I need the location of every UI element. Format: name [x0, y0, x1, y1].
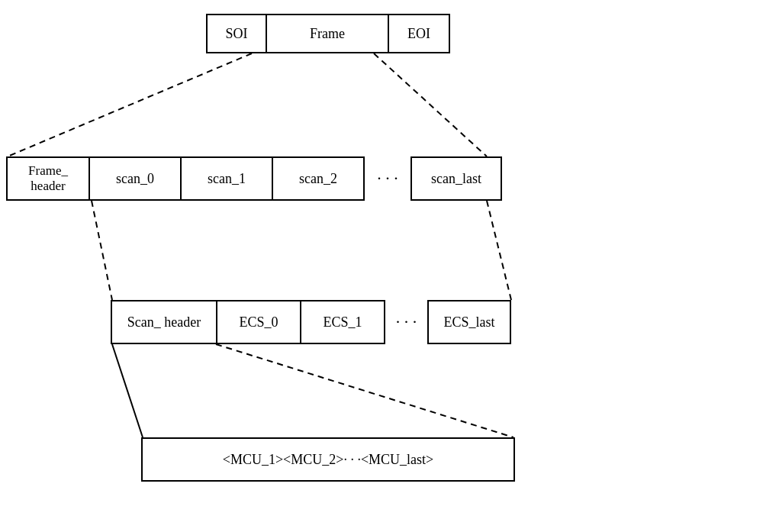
row2-dots: · · · — [365, 156, 410, 201]
soi-box: SOI — [206, 14, 267, 53]
row3-scan-level: Scan_ header ECS_0 ECS_1 · · · ECS_last — [111, 300, 511, 344]
frame-header-box: Frame_ header — [6, 156, 90, 201]
frame-box: Frame — [267, 14, 389, 53]
ecs1-box: ECS_1 — [301, 300, 385, 344]
scan2-box: scan_2 — [273, 156, 365, 201]
ecs-last-box: ECS_last — [427, 300, 511, 344]
row3-dots: · · · — [385, 300, 427, 344]
jpeg-structure-diagram: SOI Frame EOI Frame_ header scan_0 scan_… — [0, 0, 763, 532]
row2-frame-level: Frame_ header scan_0 scan_1 scan_2 · · ·… — [6, 156, 502, 201]
svg-line-1 — [374, 53, 487, 156]
ecs0-box: ECS_0 — [217, 300, 301, 344]
scan-last-box: scan_last — [410, 156, 502, 201]
row4-mcu-level: <MCU_1><MCU_2>· · ·<MCU_last> — [141, 437, 515, 482]
scan-header-box: Scan_ header — [111, 300, 217, 344]
scan0-box: scan_0 — [90, 156, 182, 201]
svg-line-0 — [8, 53, 252, 156]
svg-line-3 — [487, 201, 511, 300]
row1-top-level: SOI Frame EOI — [206, 14, 450, 53]
svg-line-5 — [216, 344, 513, 437]
mcu-box: <MCU_1><MCU_2>· · ·<MCU_last> — [141, 437, 515, 482]
scan1-box: scan_1 — [182, 156, 273, 201]
svg-line-4 — [112, 344, 143, 437]
svg-line-2 — [92, 201, 112, 300]
eoi-box: EOI — [389, 14, 450, 53]
